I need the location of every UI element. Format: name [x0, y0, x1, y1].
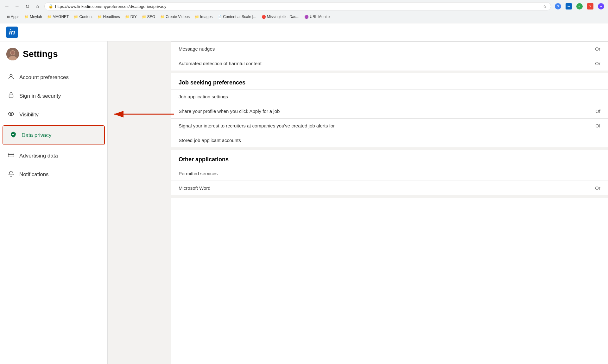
- shield-icon: [10, 131, 17, 139]
- extension-icon-5[interactable]: A: [597, 2, 605, 11]
- folder-icon-5: 📁: [125, 15, 130, 19]
- browser-extension-icons: G in ✓ X A: [554, 2, 605, 11]
- section-other-apps: Other applications Permitted services Mi…: [171, 150, 608, 198]
- menu-item-permitted-services[interactable]: Permitted services: [171, 166, 608, 181]
- extension-icon-4[interactable]: X: [586, 2, 595, 11]
- sidebar: Settings Account preferences: [0, 41, 108, 364]
- menu-item-stored-accounts[interactable]: Stored job applicant accounts: [171, 133, 608, 147]
- sidebar-item-privacy[interactable]: Data privacy: [3, 126, 104, 145]
- bookmarks-bar: ⊞ Apps 📁 Meylah 📁 MAGNET 📁 Content 📁 Hea…: [3, 13, 605, 21]
- account-preferences-label: Account preferences: [19, 74, 69, 81]
- other-apps-title: Other applications: [179, 156, 600, 163]
- svg-rect-5: [9, 95, 13, 98]
- section-job-seeking: Job seeking preferences Job application …: [171, 73, 608, 150]
- main-content: Settings Account preferences: [0, 41, 608, 364]
- data-privacy-box: Data privacy: [3, 125, 105, 145]
- bookmark-seo[interactable]: 📁 SEO: [140, 14, 157, 20]
- bookmark-url-monitor[interactable]: 🟣 URL Monito: [302, 14, 332, 20]
- folder-icon-7: 📁: [160, 15, 165, 19]
- section-other-apps-header: Other applications: [171, 150, 608, 166]
- folder-icon-4: 📁: [98, 15, 102, 19]
- section-messaging: Message nudges Or Automated detection of…: [171, 41, 608, 73]
- svg-point-3: [11, 51, 15, 55]
- linkedin-header: in: [0, 23, 608, 41]
- menu-item-signal-interest[interactable]: Signal your interest to recruiters at co…: [171, 118, 608, 133]
- bookmark-create-videos[interactable]: 📁 Create Videos: [158, 14, 192, 20]
- sidebar-item-advertising[interactable]: Advertising data: [0, 146, 107, 165]
- eye-icon: [7, 110, 15, 119]
- visibility-label: Visibility: [19, 112, 39, 118]
- doc-icon: 📄: [218, 15, 222, 19]
- sidebar-item-notifications[interactable]: Notifications: [0, 165, 107, 184]
- reload-button[interactable]: ↻: [23, 2, 32, 11]
- extension-icon-2[interactable]: in: [564, 2, 573, 11]
- lock-nav-icon: [7, 92, 15, 100]
- data-privacy-label: Data privacy: [22, 132, 51, 139]
- sidebar-item-signin[interactable]: Sign in & security: [0, 87, 107, 105]
- person-icon: [7, 73, 15, 82]
- bookmark-star-icon[interactable]: ☆: [543, 4, 547, 9]
- folder-icon-6: 📁: [142, 15, 146, 19]
- advertising-label: Advertising data: [19, 153, 58, 159]
- lock-icon: 🔒: [48, 4, 53, 9]
- linkedin-logo: in: [6, 27, 18, 38]
- bell-icon: [7, 170, 15, 179]
- signin-security-label: Sign in & security: [19, 93, 61, 99]
- bookmark-images[interactable]: 📁 Images: [193, 14, 214, 20]
- svg-rect-8: [8, 153, 14, 157]
- menu-item-nudges[interactable]: Message nudges Or: [171, 41, 608, 56]
- nav-buttons: ← → ↻ ⌂: [3, 2, 42, 11]
- bookmark-magnet[interactable]: 📁 MAGNET: [45, 14, 71, 20]
- bookmark-diy[interactable]: 📁 DIY: [123, 14, 139, 20]
- avatar: [6, 48, 19, 60]
- bookmark-apps[interactable]: ⊞ Apps: [5, 14, 21, 20]
- extension-icon-3[interactable]: ✓: [575, 2, 584, 11]
- sidebar-item-visibility[interactable]: Visibility: [0, 105, 107, 124]
- folder-icon-2: 📁: [47, 15, 52, 19]
- bookmark-content[interactable]: 📁 Content: [72, 14, 94, 20]
- menu-item-microsoft-word[interactable]: Microsoft Word Or: [171, 181, 608, 195]
- job-seeking-title: Job seeking preferences: [179, 79, 600, 86]
- forward-button[interactable]: →: [13, 2, 22, 11]
- svg-point-4: [10, 74, 12, 77]
- notifications-label: Notifications: [19, 171, 49, 178]
- settings-header: Settings: [0, 48, 107, 68]
- address-bar[interactable]: 🔒 ☆: [44, 2, 551, 10]
- settings-title: Settings: [23, 49, 58, 59]
- back-button[interactable]: ←: [3, 2, 11, 11]
- content-area: Message nudges Or Automated detection of…: [171, 41, 608, 364]
- folder-icon-8: 📁: [195, 15, 199, 19]
- bookmark-missinglettr[interactable]: 🔴 Missinglettr - Das...: [260, 14, 301, 20]
- browser-chrome: ← → ↻ ⌂ 🔒 ☆ G in ✓ X A: [0, 0, 608, 23]
- svg-point-7: [10, 113, 12, 115]
- bookmark-content-at-scale[interactable]: 📄 Content at Scale |...: [216, 14, 258, 20]
- page: in Settings: [0, 23, 608, 364]
- url-input[interactable]: [55, 4, 541, 9]
- home-button[interactable]: ⌂: [33, 2, 42, 11]
- url-monitor-icon: 🟣: [304, 15, 309, 19]
- sidebar-item-account[interactable]: Account preferences: [0, 68, 107, 87]
- folder-icon-3: 📁: [74, 15, 78, 19]
- section-job-seeking-header: Job seeking preferences: [171, 73, 608, 89]
- svg-point-6: [9, 112, 14, 116]
- card-icon: [7, 151, 15, 160]
- bookmark-meylah[interactable]: 📁 Meylah: [22, 14, 44, 20]
- menu-item-job-app-settings[interactable]: Job application settings: [171, 89, 608, 104]
- missinglettr-icon: 🔴: [262, 15, 266, 19]
- middle-spacer: [108, 41, 171, 364]
- apps-icon: ⊞: [7, 15, 10, 19]
- menu-item-share-profile[interactable]: Share your profile when you click Apply …: [171, 104, 608, 118]
- browser-toolbar: ← → ↻ ⌂ 🔒 ☆ G in ✓ X A: [3, 2, 605, 11]
- bookmark-headlines[interactable]: 📁 Headlines: [96, 14, 122, 20]
- extension-icon-1[interactable]: G: [554, 2, 562, 11]
- folder-icon: 📁: [24, 15, 29, 19]
- menu-item-harmful-content[interactable]: Automated detection of harmful content O…: [171, 56, 608, 71]
